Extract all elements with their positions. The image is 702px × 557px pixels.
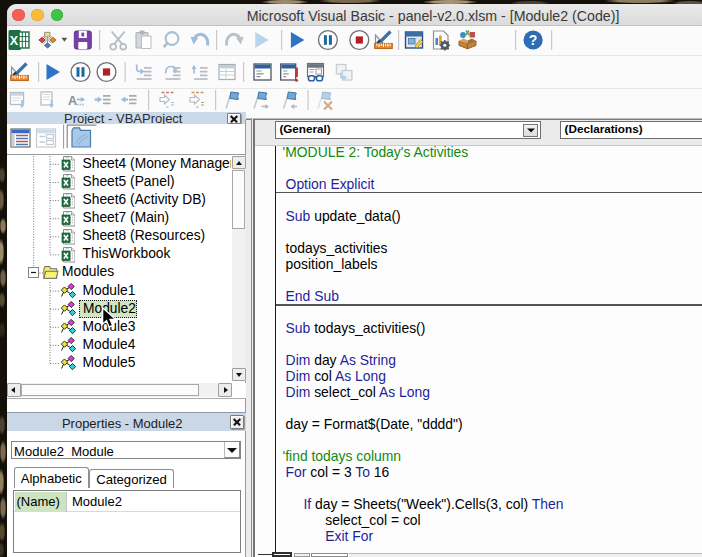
svg-text:A: A bbox=[68, 94, 77, 108]
svg-text:X: X bbox=[9, 34, 18, 48]
svg-text:?: ? bbox=[528, 32, 537, 48]
